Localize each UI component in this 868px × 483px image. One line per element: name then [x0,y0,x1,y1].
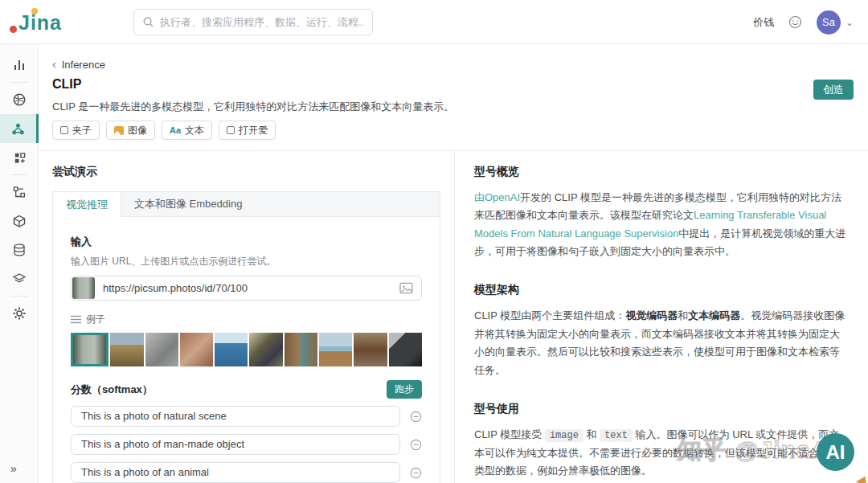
scores-label: 分数（softmax） [71,383,153,397]
tag-text[interactable]: Aa 文本 [162,121,212,140]
input-label: 输入 [71,235,422,249]
page-header: ‹ Inference CLIP CLIP 是一种最先进的多模态模型，它利用独特… [39,44,868,151]
remove-prompt-icon[interactable] [410,467,422,479]
image-url-input[interactable] [103,282,391,294]
sidebar-item-globe[interactable] [0,85,39,114]
sidebar-item-components[interactable] [0,143,39,172]
remove-prompt-icon[interactable] [410,411,422,423]
example-thumb-grapes-vine[interactable] [249,333,282,366]
tag-label: 打开爱 [239,124,268,137]
sidebar-item-inference[interactable] [0,114,39,143]
workflow-icon [12,185,27,199]
prompt-text-input[interactable]: This is a photo of man-made object [71,434,400,455]
breadcrumb-label[interactable]: Inference [62,59,105,71]
example-thumbnails [71,333,422,366]
example-thumb-tree-road[interactable] [71,333,108,366]
sidebar-item-settings[interactable] [0,299,39,328]
app-window: Jina 价钱 Sa ⌄ [0,0,868,483]
search-input[interactable] [160,16,364,28]
tab-text-image-embedding[interactable]: 文本和图像 Embedding [121,192,255,216]
prompt-list: This is a photo of natural sceneThis is … [71,406,422,483]
top-header: Jina 价钱 Sa ⌄ [0,0,868,44]
database-icon [12,243,27,257]
global-search [133,9,373,35]
breadcrumb[interactable]: ‹ Inference [52,58,105,71]
section-heading-overview: 型号概览 [474,165,849,179]
sidebar-item-workflow[interactable] [0,178,39,207]
run-button[interactable]: 跑步 [387,380,422,399]
text-aa-icon: Aa [170,125,181,135]
watermark-avatar: AI [817,433,854,471]
openai-icon [227,126,235,134]
model-usage-paragraph: CLIP 模型接受 image 和 text 输入。图像可以作为 URL 或文件… [474,426,849,480]
paragraph-text: 和 [583,428,600,440]
tag-image[interactable]: 图像 [106,121,155,140]
example-thumb-gray-grass[interactable] [145,333,178,366]
paragraph-text: CLIP 模型由两个主要组件组成： [474,309,625,321]
inference-hub-icon [10,121,26,137]
example-thumb-dark-coast[interactable] [389,333,422,366]
feedback-smiley-icon[interactable] [788,15,802,29]
sidebar-expand-icon[interactable]: » [10,462,17,475]
content-panels: 尝试演示 视觉推理 文本和图像 Embedding 输入 输入图片 URL、上传… [39,151,868,483]
demo-title: 尝试演示 [52,165,440,179]
prompt-text-input[interactable]: This is a photo of natural scene [71,406,400,427]
sidebar-item-layers[interactable] [0,264,39,293]
tag-label: 夹子 [72,124,92,137]
prompt-row: This is a photo of man-made object [71,434,422,455]
package-cube-icon [12,214,27,228]
logo-wordmark: Jina [18,11,62,35]
tab-visual-reasoning[interactable]: 视觉推理 [53,192,121,217]
prompt-text-input[interactable]: This is a photo of an animal [71,462,400,483]
example-thumb-wooden-shed[interactable] [285,333,317,366]
page-description: CLIP 是一种最先进的多模态模型，它利用独特的对比方法来匹配图像和文本向量表示… [52,100,454,114]
section-heading-usage: 型号使用 [474,402,849,416]
example-thumb-shore-ruins[interactable] [110,333,143,366]
code-token: image [545,429,583,442]
gear-icon [12,306,27,321]
user-avatar[interactable]: Sa [817,10,841,35]
user-menu[interactable]: Sa ⌄ [817,10,854,35]
sidebar-divider [10,296,28,297]
back-chevron-icon: ‹ [52,58,56,71]
globe-icon [12,92,27,107]
input-hint: 输入图片 URL、上传图片或点击示例进行尝试。 [71,255,422,268]
search-icon [142,16,154,28]
demo-panel: 尝试演示 视觉推理 文本和图像 Embedding 输入 输入图片 URL、上传… [39,151,455,483]
jina-logo[interactable]: Jina [10,10,82,37]
code-token: text [600,429,633,442]
sidebar: » [0,44,39,483]
image-icon [114,126,124,135]
example-thumb-sea-skyline[interactable] [215,333,248,366]
user-menu-chevron-icon[interactable]: ⌄ [845,17,854,28]
components-icon [13,151,27,165]
logo-red-dot-icon [10,26,17,33]
example-thumb-pier-dock[interactable] [319,333,352,366]
example-thumb-old-door[interactable] [354,333,387,366]
sidebar-item-bar-chart[interactable] [0,51,39,80]
create-button[interactable]: 创造 [813,80,854,100]
bar-chart-icon [12,58,27,72]
prompt-row: This is a photo of natural scene [71,406,422,427]
tag-openai[interactable]: 打开爱 [219,121,276,140]
tag-label: 文本 [185,124,204,137]
bold-text: 视觉编码器 [625,309,678,321]
layers-icon [12,272,27,286]
sidebar-divider [10,82,28,83]
sidebar-item-package[interactable] [0,207,39,235]
openai-link[interactable]: 由OpenAI [474,191,520,203]
tag-clip[interactable]: 夹子 [52,121,100,140]
page-title: CLIP [52,77,81,92]
model-architecture-paragraph: CLIP 模型由两个主要组件组成：视觉编码器和文本编码器。视觉编码器接收图像并将… [474,307,849,379]
header-right-cluster: 价钱 Sa ⌄ [753,0,854,44]
model-overview-paragraph: 由OpenAI开发的 CLIP 模型是一种最先进的多模态模型，它利用独特的对比方… [474,189,849,260]
section-heading-architecture: 模型架构 [474,283,849,297]
example-thumb-skin-closeup[interactable] [180,333,213,366]
paragraph-text: 和 [678,309,688,321]
sidebar-item-database[interactable] [0,235,39,264]
upload-image-icon[interactable] [399,282,413,294]
examples-row: 例子 [71,313,422,326]
scores-row: 分数（softmax） 跑步 [71,380,422,399]
remove-prompt-icon[interactable] [410,439,422,451]
pricing-link[interactable]: 价钱 [753,15,774,30]
